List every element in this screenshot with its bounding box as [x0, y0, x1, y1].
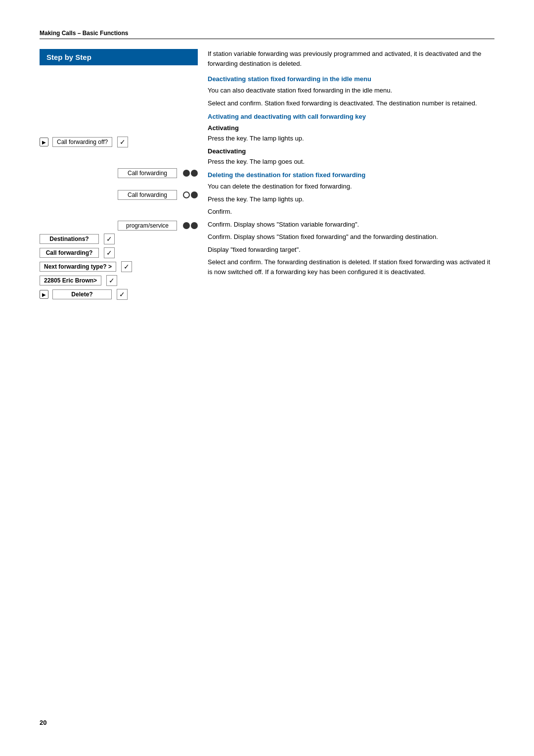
page-number: 20	[40, 719, 46, 726]
call-forwarding-activate-row: Call forwarding	[40, 168, 198, 178]
deleting-confirm2-text: Confirm. Display shows "Station variable…	[208, 220, 494, 230]
step-by-step-header: Step by Step	[40, 49, 198, 65]
page-header: Making Calls – Basic Functions	[40, 30, 494, 39]
call-forwarding-q-label: Call forwarding?	[40, 248, 99, 258]
delete-label: Delete?	[52, 289, 112, 299]
destinations-row: Destinations? ✓	[40, 234, 198, 244]
program-service-label: program/service	[118, 221, 177, 231]
deleting-confirm3-text: Confirm. Display shows "Station fixed fo…	[208, 232, 494, 242]
deactivating-body-text: Press the key. The lamp goes out.	[208, 157, 494, 167]
deleting-intro-text: You can delete the destination for fixed…	[208, 182, 494, 191]
key-dot-filled-5	[191, 222, 198, 229]
deactivating-idle-menu-heading: Deactivating station fixed forwarding in…	[208, 75, 494, 83]
destinations-label: Destinations?	[40, 234, 99, 244]
call-forward-off-action-text: Select and confirm. Station fixed forwar…	[208, 98, 494, 108]
header-title: Making Calls – Basic Functions	[40, 30, 128, 37]
next-forwarding-type-row: Next forwarding type? > ✓	[40, 261, 198, 272]
intro-text: If station variable forwarding was previ…	[208, 49, 494, 68]
program-service-row: program/service	[40, 221, 198, 231]
eric-brown-row: 22805 Eric Brown> ✓	[40, 275, 198, 286]
check-icon-call-forwarding-off: ✓	[117, 137, 128, 147]
delete-row: ▶ Delete? ✓	[40, 289, 198, 300]
key-dot-outline	[183, 191, 190, 198]
eric-brown-label: 22805 Eric Brown>	[40, 276, 101, 285]
check-icon-next-forwarding: ✓	[121, 261, 132, 272]
key-dot-filled-1	[183, 170, 190, 177]
key-dots-activate	[182, 170, 198, 177]
right-column: If station variable forwarding was previ…	[198, 49, 494, 280]
deleting-press-key-text: Press the key. The lamp lights up.	[208, 194, 494, 204]
key-dot-filled-2	[191, 170, 198, 177]
activating-body-text: Press the key. The lamp lights up.	[208, 134, 494, 143]
activating-deactivating-heading: Activating and deactivating with call fo…	[208, 113, 494, 120]
call-forwarding-q-row: Call forwarding? ✓	[40, 247, 198, 258]
key-dots-deactivate	[182, 191, 198, 198]
next-forwarding-type-label: Next forwarding type? >	[40, 262, 116, 272]
deleting-display-text: Display "fixed forwarding target".	[208, 245, 494, 255]
check-icon-call-forwarding-q: ✓	[104, 247, 115, 258]
call-forwarding-deactivate-label: Call forwarding	[118, 190, 177, 200]
call-forwarding-off-row: ▶ Call forwarding off? ✓	[40, 137, 198, 147]
left-column: Step by Step ▶ Call forwarding off? ✓ Ca…	[40, 49, 198, 303]
check-icon-delete: ✓	[117, 289, 128, 300]
key-dot-filled-4	[183, 222, 190, 229]
deleting-destination-heading: Deleting the destination for station fix…	[208, 171, 494, 179]
call-forwarding-deactivate-row: Call forwarding	[40, 190, 198, 200]
arrow-icon: ▶	[40, 138, 48, 146]
activating-bold-heading: Activating	[208, 124, 494, 132]
key-dots-program	[182, 222, 198, 229]
deleting-confirm-text: Confirm.	[208, 207, 494, 217]
check-icon-eric-brown: ✓	[106, 275, 117, 286]
call-forwarding-activate-label: Call forwarding	[118, 168, 177, 178]
key-dot-filled-3	[191, 191, 198, 198]
step-by-step-label: Step by Step	[46, 53, 91, 61]
call-forwarding-off-label: Call forwarding off?	[52, 137, 112, 147]
arrow-icon-delete: ▶	[40, 290, 48, 299]
deactivating-bold-heading: Deactivating	[208, 147, 494, 155]
check-icon-destinations: ✓	[104, 234, 115, 244]
deleting-select-confirm-text: Select and confirm. The forwarding desti…	[208, 257, 494, 277]
idle-menu-body-text: You can also deactivate station fixed fo…	[208, 86, 494, 95]
